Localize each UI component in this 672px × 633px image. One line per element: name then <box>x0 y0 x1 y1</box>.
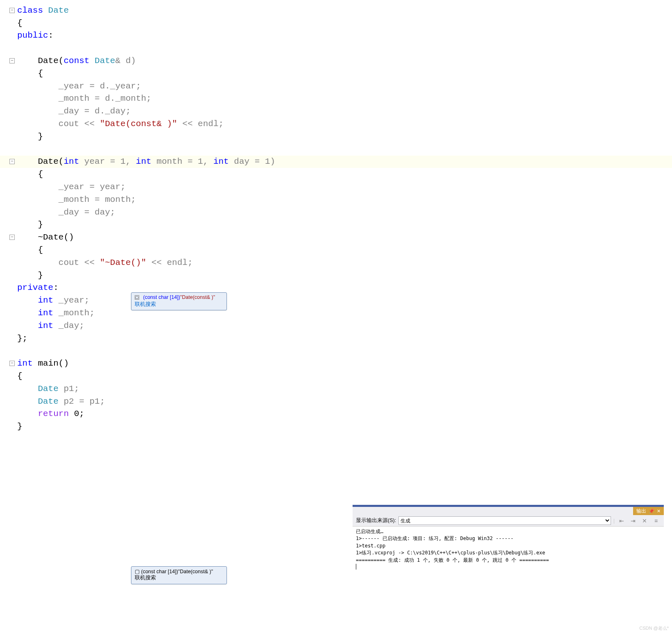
output-toolbar: 显示输出来源(S): 生成 | ⇤ ⇥ ✕ ≡ <box>353 515 664 527</box>
output-source-select[interactable]: 生成 <box>398 516 611 525</box>
brace: } <box>17 422 23 431</box>
output-source-label: 显示输出来源(S): <box>356 517 396 524</box>
keyword-int: int <box>17 321 53 330</box>
wrap-icon[interactable]: ≡ <box>652 516 661 525</box>
clear-icon[interactable]: ✕ <box>640 516 649 525</box>
keyword-int: int <box>17 359 33 368</box>
brace: } <box>17 220 43 229</box>
output-line: 已启动生成… <box>356 529 383 534</box>
keyword-int: int <box>17 296 53 305</box>
fold-icon[interactable]: − <box>9 8 15 13</box>
tooltip-value: "Date(const& )" <box>178 569 213 574</box>
output-line: ========== 生成: 成功 1 个, 失败 0 个, 最新 0 个, 跳… <box>356 557 549 563</box>
string-literal: "~Date()" <box>100 258 146 267</box>
var: p1; <box>59 384 79 393</box>
type-date: Date <box>89 56 115 66</box>
brace: { <box>17 245 43 255</box>
keyword-int: int <box>17 308 53 318</box>
brace: { <box>17 371 23 381</box>
pin-icon[interactable]: 📌 <box>649 509 654 514</box>
brace: { <box>17 69 43 78</box>
output-line: 1>练习.vcxproj -> C:\vs2019\C++\C++\cplus-… <box>356 550 545 556</box>
string-literal: "Date(const& )" <box>100 119 177 129</box>
keyword-const: const <box>63 56 89 66</box>
fold-icon[interactable]: − <box>9 235 15 240</box>
output-content[interactable]: 已启动生成… 1>------ 已启动生成: 项目: 练习, 配置: Debug… <box>353 527 664 576</box>
close-icon[interactable]: ✕ <box>657 509 661 514</box>
output-tab-label: 输出 <box>636 508 646 515</box>
code-editor[interactable]: − class Date { public: − Date(const Date… <box>0 0 672 433</box>
stmt: cout << <box>17 119 100 129</box>
stmt: << endl; <box>177 119 224 129</box>
keyword-private: private <box>17 283 53 292</box>
type-date: Date <box>17 384 59 393</box>
type-date: Date <box>17 397 59 406</box>
stmt: _month = month; <box>17 195 136 204</box>
ctor-text: Date( <box>17 157 63 166</box>
output-panel: 输出 📌 ✕ 显示输出来源(S): 生成 | ⇤ ⇥ ✕ ≡ 已启动生成… 1>… <box>353 505 664 576</box>
keyword-return: return <box>17 409 69 418</box>
stmt: _year = d._year; <box>17 81 141 91</box>
stmt: cout << <box>17 258 100 267</box>
member: _month; <box>53 308 95 318</box>
tooltip-value: "Date(const& )" <box>180 294 215 300</box>
stmt: _day = day; <box>17 208 115 217</box>
param: day = 1) <box>229 157 275 166</box>
main-fn: main() <box>33 359 69 368</box>
brace: } <box>17 271 43 280</box>
brace: { <box>17 170 43 179</box>
return-val: 0; <box>69 409 84 418</box>
next-icon[interactable]: ⇥ <box>629 516 638 525</box>
keyword-public: public <box>17 31 48 40</box>
quickinfo-tooltip: ▢ (const char [14])"Date(const& )" 联机搜索 <box>131 566 227 584</box>
brace: }; <box>17 334 27 343</box>
watermark: CSDN @老么* <box>639 625 669 631</box>
stmt: _day = d._day; <box>17 106 131 116</box>
online-search-link[interactable]: 联机搜索 <box>135 575 156 581</box>
fold-icon[interactable]: − <box>9 58 15 63</box>
quickinfo-tooltip: ▢ (const char [14])"Date(const& )" 联机搜索 <box>131 292 227 310</box>
member: _year; <box>53 296 89 305</box>
fold-icon[interactable]: − <box>9 361 15 366</box>
stmt: << endl; <box>146 258 192 267</box>
ctor-text: Date( <box>17 56 63 66</box>
keyword-class: class <box>17 6 43 15</box>
keyword-int: int <box>136 157 152 166</box>
dtor-text: ~Date() <box>17 233 74 242</box>
quickinfo-icon: ▢ <box>135 569 140 574</box>
keyword-int: int <box>213 157 229 166</box>
brace: { <box>17 18 23 28</box>
output-line: 1>------ 已启动生成: 项目: 练习, 配置: Debug Win32 … <box>356 536 514 541</box>
colon: : <box>48 31 54 40</box>
type-date: Date <box>43 6 69 15</box>
output-line: 1>test.cpp <box>356 543 385 549</box>
tooltip-type: (const char [14]) <box>143 294 180 300</box>
stmt: _year = year; <box>17 182 126 192</box>
var: p2 = p1; <box>59 397 105 406</box>
colon: : <box>53 283 59 292</box>
param: & d) <box>115 56 136 66</box>
keyword-int: int <box>63 157 79 166</box>
online-search-link[interactable]: 联机搜索 <box>135 301 223 308</box>
brace: } <box>17 132 43 141</box>
cursor <box>356 564 356 570</box>
tooltip-type: (const char [14]) <box>141 569 178 574</box>
quickinfo-icon: ▢ <box>135 295 139 300</box>
param: year = 1, <box>79 157 136 166</box>
fold-icon[interactable]: − <box>9 159 15 164</box>
prev-icon[interactable]: ⇤ <box>617 516 626 525</box>
member: _day; <box>53 321 84 330</box>
param: month = 1, <box>152 157 213 166</box>
stmt: _month = d._month; <box>17 94 152 103</box>
output-tab[interactable]: 输出 📌 ✕ <box>633 507 664 515</box>
